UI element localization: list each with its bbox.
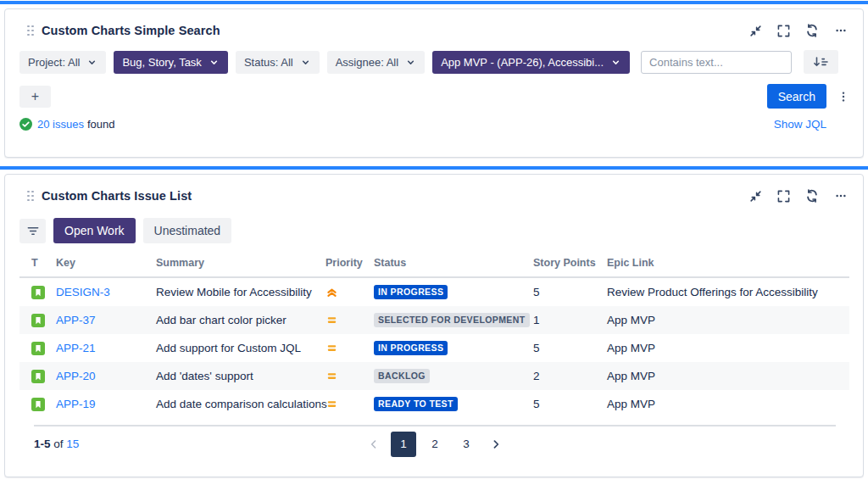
filter-pill[interactable]: Project: All [19,51,106,74]
issue-key-link[interactable]: APP-21 [56,342,96,354]
chevron-down-icon [300,57,311,68]
table-row[interactable]: APP-37 Add bar chart color picker SELECT… [19,306,849,334]
tab-buttons: Open WorkUnestimated [53,218,231,243]
dashboard-divider-middle [0,166,868,170]
panel-title: Custom Charts Simple Search [42,24,220,37]
priority-high-icon [326,286,338,298]
filter-pill[interactable]: Status: All [236,51,320,74]
chevron-down-icon [405,57,416,68]
story-points-value: 5 [533,398,607,410]
filter-pill-label: Bug, Story, Task [122,56,201,69]
kebab-menu-icon[interactable] [837,90,849,103]
page-button-1[interactable]: 1 [391,432,416,457]
tab-open-work[interactable]: Open Work [53,218,136,243]
issue-key-link[interactable]: APP-19 [56,398,96,410]
column-header-status: Status [374,257,533,269]
issue-table: TKeySummaryPriorityStatusStory PointsEpi… [5,243,863,450]
show-jql-link[interactable]: Show JQL [774,118,826,131]
panel-header: Custom Charts Simple Search [5,9,863,37]
results-range: 1-5 of 15 [34,438,79,450]
refresh-icon[interactable] [805,24,819,37]
page-buttons: 123 [391,432,479,457]
column-header-summary: Summary [156,257,326,269]
story-type-icon [31,342,45,355]
total-count[interactable]: 15 [66,438,79,450]
of-label: of [53,438,63,450]
more-icon[interactable] [834,190,848,202]
issue-summary: Add support for Custom JQL [156,342,326,354]
status-badge: BACKLOG [374,369,430,383]
range-text: 1-5 [34,438,51,450]
epic-link-value: App MVP [607,398,849,410]
issue-key-link[interactable]: APP-37 [56,314,96,326]
simple-search-panel: Custom Charts Simple Search Project: All… [4,8,864,158]
chevron-down-icon [86,57,97,68]
story-type-icon [31,398,45,411]
issue-table-body: DESIGN-3 Review Mobile for Accessibility… [19,278,849,418]
filter-pill-label: Assignee: All [336,56,398,69]
priority-medium-icon [326,398,338,410]
issue-summary: Add date comparison calculations [156,398,326,410]
tab-unestimated[interactable]: Unestimated [143,218,232,243]
issue-key-link[interactable]: DESIGN-3 [56,286,110,298]
sort-icon [813,56,829,69]
priority-medium-icon [326,314,338,326]
chevron-down-icon [209,57,220,68]
issue-summary: Add 'dates' support [156,370,326,382]
status-badge: IN PROGRESS [374,341,448,355]
more-icon[interactable] [834,25,848,36]
issue-summary: Review Mobile for Accessibility [156,286,326,298]
epic-link-value: App MVP [607,370,849,382]
panel-title: Custom Charts Issue List [42,189,192,203]
epic-link-value: Review Product Offerings for Accessibili… [607,286,849,298]
filter-pill[interactable]: Assignee: All [327,51,425,74]
next-page-icon[interactable] [485,432,507,457]
issue-list-panel: Custom Charts Issue List Open WorkUnesti… [4,174,864,477]
results-count-link[interactable]: 20 issues [37,118,84,131]
status-badge: IN PROGRESS [374,285,448,299]
filter-pill[interactable]: Bug, Story, Task [114,51,227,74]
table-row[interactable]: APP-20 Add 'dates' support BACKLOG 2 App… [19,362,849,390]
filter-icon [26,225,40,237]
results-row: 20 issues found Show JQL [5,109,863,131]
filter-button[interactable] [19,219,46,243]
page-button-2[interactable]: 2 [422,432,448,457]
drag-handle-icon[interactable] [27,25,34,36]
priority-medium-icon [326,370,338,382]
page-button-3[interactable]: 3 [453,432,479,457]
results-suffix: found [87,118,115,131]
column-header-epic-link: Epic Link [607,257,849,269]
filters-row: Project: All Bug, Story, Task Status: Al… [5,37,863,74]
table-row[interactable]: APP-21 Add support for Custom JQL IN PRO… [19,334,849,362]
story-type-icon [31,370,45,383]
saved-filter-tabs: Open WorkUnestimated [5,203,863,243]
priority-medium-icon [326,342,338,354]
collapse-icon[interactable] [749,25,762,37]
add-filter-button[interactable]: + [19,86,51,108]
prev-page-icon[interactable] [363,432,385,457]
story-points-value: 5 [533,342,607,354]
status-badge: SELECTED FOR DEVELOPMENT [374,313,530,327]
sort-order-button[interactable] [804,50,838,74]
column-header-story-points: Story Points [533,257,607,269]
refresh-icon[interactable] [805,189,819,203]
filter-pill-label: Project: All [28,56,80,69]
success-check-icon [19,118,32,131]
filter-pill-label: Status: All [244,56,293,69]
story-points-value: 1 [533,314,607,326]
story-points-value: 5 [533,286,607,298]
story-type-icon [31,286,45,299]
drag-handle-icon[interactable] [27,191,34,202]
expand-icon[interactable] [777,25,790,37]
table-footer: 1-5 of 15 123 [34,425,836,450]
contains-text-input[interactable] [641,51,792,74]
table-row[interactable]: APP-19 Add date comparison calculations … [19,390,849,418]
filter-pill[interactable]: App MVP - (APP-26), Accessibi... [432,51,630,74]
search-button[interactable]: Search [767,84,826,109]
filter-pill-label: App MVP - (APP-26), Accessibi... [441,56,604,69]
expand-icon[interactable] [777,190,790,203]
issue-key-link[interactable]: APP-20 [56,370,96,382]
table-header-row: TKeySummaryPriorityStatusStory PointsEpi… [19,257,849,278]
table-row[interactable]: DESIGN-3 Review Mobile for Accessibility… [19,278,849,306]
collapse-icon[interactable] [749,190,762,203]
